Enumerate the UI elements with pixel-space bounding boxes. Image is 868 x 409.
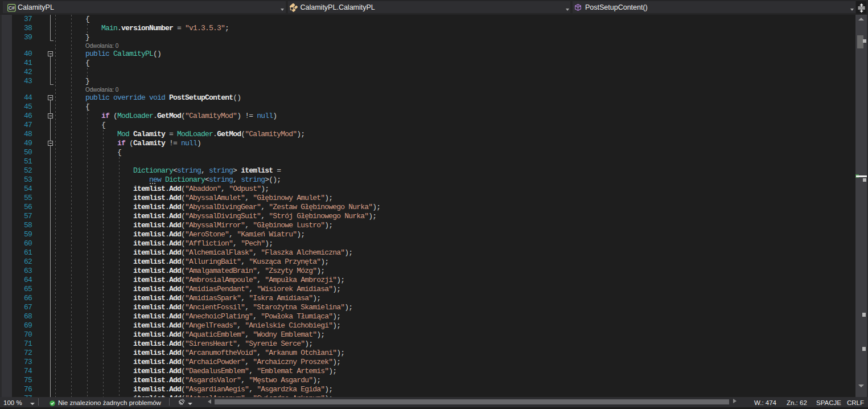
svg-text:C#: C# [8,5,14,11]
